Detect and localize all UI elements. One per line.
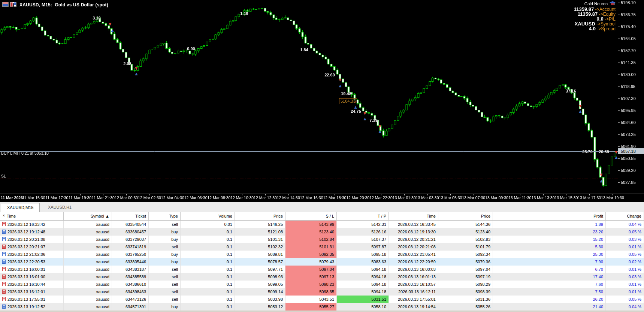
column-header-symbol[interactable]: Symbol ▲ (64, 212, 112, 220)
price-axis-label: 5050.55 (621, 156, 636, 161)
time-axis-label: 12 Mar 18:30 (323, 196, 346, 200)
history-row[interactable]: 2026.03.13 16:00:01xauusd634383187sell0.… (0, 266, 644, 273)
cell-tp: 5058.10 (337, 303, 389, 311)
price-axis-label: 5175.40 (621, 24, 636, 29)
history-row[interactable]: 2026.03.12 22:20:53xauusd633805446buy0.1… (0, 258, 644, 266)
price-axis-label: 5061.90 (621, 144, 636, 149)
sell-order-icon (2, 282, 6, 286)
cell-type: sell (149, 288, 181, 296)
ea-panel-row: 11359.87 ->Account (574, 6, 616, 11)
time-axis-label: 12 Mar 20:30 (346, 196, 369, 200)
column-header-type[interactable]: Type (149, 212, 181, 220)
cell-tp: 5107.37 (337, 236, 389, 243)
history-row[interactable]: 2026.03.12 20:21:08xauusd633729037buy0.1… (0, 236, 644, 243)
chart-area[interactable]: XAUUSD, M15: Gold vs US Dollar (spot) Go… (0, 0, 644, 202)
cell-price: 5078.57 (235, 258, 285, 266)
column-header-change[interactable]: Change (606, 212, 644, 220)
history-row[interactable]: 2026.03.13 17:55:01xauusd634473126sell0.… (0, 296, 644, 303)
cell-tp: 5126.16 (337, 228, 389, 236)
cell-type: buy (149, 228, 181, 236)
cell-price: 5099.14 (235, 288, 285, 296)
cell-change: 0.05 % (606, 296, 644, 303)
cell-profit: 6.70 (493, 266, 606, 273)
time-axis-label: 11 Mar 15:30 (22, 196, 45, 200)
cell-tp: 5083.63 (337, 258, 389, 266)
column-header-volume[interactable]: Volume (181, 212, 235, 220)
cell-ticket: 634473126 (112, 296, 149, 303)
order-price-box[interactable]: 5104.33 (339, 98, 357, 104)
column-header-time[interactable]: Time (0, 212, 64, 220)
history-row[interactable]: 2026.03.13 16:12:01xauusd634398463sell0.… (0, 288, 644, 296)
history-row[interactable]: 2026.03.13 16:10:44xauusd634386610sell0.… (0, 281, 644, 288)
cell-change: 0.01 % (606, 243, 644, 251)
cell-close-price: 5092.34 (438, 251, 493, 258)
column-header-price[interactable]: Price (438, 212, 493, 220)
stop-loss-line-label[interactable]: SL (1, 174, 6, 178)
column-header-sl[interactable]: S / L (285, 212, 337, 220)
sell-arrow-icon: ▼ (363, 111, 367, 115)
column-header-tp[interactable]: T / P (337, 212, 389, 220)
cell-price: 5089.81 (235, 251, 285, 258)
chart-tab-xauusd-h1[interactable]: XAUUSD,H1 (42, 203, 78, 212)
cell-change: 0.01 % (606, 266, 644, 273)
cell-time: 2026.03.12 22:20:53 (0, 258, 64, 266)
ea-value: 4.0 (589, 26, 596, 31)
cell-change: 0.05 % (606, 251, 644, 258)
cell-close-price: 5123.40 (438, 228, 493, 236)
cell-profit: 7.50 (493, 288, 606, 296)
cell-ticket: 633540544 (112, 221, 149, 228)
cell-profit: 17.40 (493, 273, 606, 281)
cell-price: 5101.31 (235, 236, 285, 243)
price-axis-label: 5164.05 (621, 36, 636, 41)
sell-arrow-icon: ▼ (599, 172, 604, 176)
cell-close-price: 5101.79 (438, 243, 493, 251)
cell-symbol: xauusd (64, 221, 112, 228)
time-axis-label: 13 Mar 09:30 (485, 196, 508, 200)
history-table: 2026.03.12 16:33:42xauusd633540544sell0.… (0, 221, 644, 311)
cell-close-price: 5098.39 (438, 288, 493, 296)
cell-symbol: xauusd (64, 281, 112, 288)
history-row[interactable]: 2026.03.13 16:01:00xauusd634385589sell0.… (0, 273, 644, 281)
history-row[interactable]: 2026.03.12 21:02:06xauusd633765250buy0.1… (0, 251, 644, 258)
history-row[interactable]: 2026.03.12 16:33:42xauusd633540544sell0.… (0, 221, 644, 228)
candlestick-canvas[interactable] (0, 0, 644, 202)
price-axis[interactable]: 5198.105186.755175.405164.055152.705141.… (618, 0, 644, 202)
sell-order-icon (2, 297, 6, 301)
column-header-price[interactable]: Price (235, 212, 285, 220)
cell-volume: 0.1 (181, 281, 235, 288)
chart-tab-xauusd-m15[interactable]: XAUUSD,M15 (1, 203, 40, 212)
price-axis-label: 5198.10 (621, 0, 636, 5)
cell-time: 2026.03.13 16:00:01 (0, 266, 64, 273)
cell-time: 2026.03.12 16:33:42 (0, 221, 64, 228)
cell-profit: 21.40 (493, 303, 606, 311)
price-axis-label: 5084.60 (621, 120, 636, 125)
trade-profit-label: 37.16 (566, 89, 576, 93)
time-axis-label: 12 Mar 08:30 (207, 196, 230, 200)
chart-tab-bar: XAUUSD,M15XAUUSD,H1 (0, 202, 644, 212)
column-header-profit[interactable]: Profit (493, 212, 606, 220)
cell-tp: 5142.31 (337, 221, 389, 228)
cell-symbol: xauusd (64, 266, 112, 273)
sell-order-icon (2, 290, 6, 294)
cell-ticket: 633765250 (112, 251, 149, 258)
cell-volume: 0.01 (181, 221, 235, 228)
cell-close-time: 2026.03.13 16:10:57 (389, 281, 438, 288)
cell-sl: 5143.99 (285, 221, 337, 228)
history-row[interactable]: 2026.03.12 19:12:48xauusd633680457buy0.1… (0, 228, 644, 236)
column-header-ticket[interactable]: Ticket (112, 212, 149, 220)
column-header-time[interactable]: Time (389, 212, 438, 220)
toolbox-close-button[interactable]: × (1, 213, 6, 218)
price-axis-label: 5141.35 (621, 60, 636, 65)
time-axis-label: 11 Mar 21:30 (92, 196, 115, 200)
buy-limit-line-label[interactable]: BUY LIMIT 0.21 at 5053.10 (1, 151, 49, 155)
history-row[interactable]: 2026.03.13 19:12:52xauusd634571391buy0.1… (0, 303, 644, 311)
history-row[interactable]: 2026.03.12 20:21:07xauusd633741819sell0.… (0, 243, 644, 251)
time-axis-label: 13 Mar 11:30 (508, 196, 531, 200)
buy-arrow-icon: ▲ (134, 72, 139, 76)
toolbox-panel: × TimeSymbol ▲TicketTypeVolumePriceS / L… (0, 212, 644, 312)
time-axis-label: 13 Mar 15:30 (554, 196, 578, 200)
buy-arrow-icon: ▲ (578, 109, 583, 113)
cell-time: 2026.03.13 16:12:01 (0, 288, 64, 296)
time-axis-label: 13 Mar 13:30 (532, 196, 555, 200)
history-table-header: × TimeSymbol ▲TicketTypeVolumePriceS / L… (0, 212, 644, 221)
